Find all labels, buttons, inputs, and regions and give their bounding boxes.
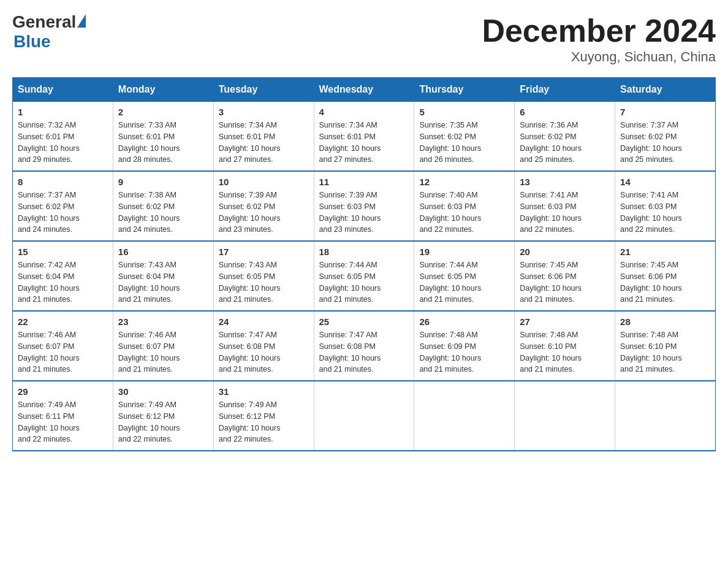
calendar-cell: 26 Sunrise: 7:48 AM Sunset: 6:09 PM Dayl… xyxy=(414,311,515,381)
calendar-cell: 1 Sunrise: 7:32 AM Sunset: 6:01 PM Dayli… xyxy=(13,102,113,172)
calendar-cell: 5 Sunrise: 7:35 AM Sunset: 6:02 PM Dayli… xyxy=(414,102,515,172)
day-info: Sunrise: 7:49 AM Sunset: 6:11 PM Dayligh… xyxy=(18,399,108,445)
day-number: 11 xyxy=(319,177,409,187)
day-number: 7 xyxy=(620,107,710,117)
day-info: Sunrise: 7:41 AM Sunset: 6:03 PM Dayligh… xyxy=(620,190,710,236)
day-info: Sunrise: 7:39 AM Sunset: 6:02 PM Dayligh… xyxy=(219,190,309,236)
day-info: Sunrise: 7:37 AM Sunset: 6:02 PM Dayligh… xyxy=(620,120,710,166)
calendar-cell: 30 Sunrise: 7:49 AM Sunset: 6:12 PM Dayl… xyxy=(113,381,213,451)
calendar-cell: 9 Sunrise: 7:38 AM Sunset: 6:02 PM Dayli… xyxy=(113,171,213,241)
calendar-cell: 27 Sunrise: 7:48 AM Sunset: 6:10 PM Dayl… xyxy=(515,311,615,381)
weekday-header-sunday: Sunday xyxy=(13,78,113,102)
calendar-cell: 29 Sunrise: 7:49 AM Sunset: 6:11 PM Dayl… xyxy=(13,381,113,451)
weekday-header-wednesday: Wednesday xyxy=(314,78,414,102)
calendar-cell: 15 Sunrise: 7:42 AM Sunset: 6:04 PM Dayl… xyxy=(13,241,113,311)
day-number: 13 xyxy=(520,177,610,187)
calendar-cell: 3 Sunrise: 7:34 AM Sunset: 6:01 PM Dayli… xyxy=(213,102,314,172)
calendar-cell: 8 Sunrise: 7:37 AM Sunset: 6:02 PM Dayli… xyxy=(13,171,113,241)
day-number: 12 xyxy=(419,177,509,187)
day-number: 27 xyxy=(520,316,610,327)
calendar-week-row: 15 Sunrise: 7:42 AM Sunset: 6:04 PM Dayl… xyxy=(13,241,716,311)
day-number: 3 xyxy=(219,107,309,117)
day-info: Sunrise: 7:41 AM Sunset: 6:03 PM Dayligh… xyxy=(520,190,610,236)
weekday-header-friday: Friday xyxy=(515,78,615,102)
day-info: Sunrise: 7:37 AM Sunset: 6:02 PM Dayligh… xyxy=(18,190,108,236)
calendar-cell xyxy=(515,381,615,451)
day-number: 23 xyxy=(118,316,208,327)
calendar-cell: 4 Sunrise: 7:34 AM Sunset: 6:01 PM Dayli… xyxy=(314,102,414,172)
day-number: 29 xyxy=(18,386,108,397)
day-number: 28 xyxy=(620,316,710,327)
calendar-cell: 24 Sunrise: 7:47 AM Sunset: 6:08 PM Dayl… xyxy=(213,311,314,381)
day-number: 30 xyxy=(118,386,208,397)
month-title: December 2024 xyxy=(482,12,716,49)
day-number: 9 xyxy=(118,177,208,187)
calendar-cell: 20 Sunrise: 7:45 AM Sunset: 6:06 PM Dayl… xyxy=(515,241,615,311)
calendar-cell: 21 Sunrise: 7:45 AM Sunset: 6:06 PM Dayl… xyxy=(615,241,716,311)
day-number: 15 xyxy=(18,247,108,257)
day-number: 25 xyxy=(319,316,409,327)
weekday-header-saturday: Saturday xyxy=(615,78,716,102)
day-info: Sunrise: 7:43 AM Sunset: 6:05 PM Dayligh… xyxy=(219,259,309,305)
day-info: Sunrise: 7:32 AM Sunset: 6:01 PM Dayligh… xyxy=(18,120,108,166)
calendar-cell: 7 Sunrise: 7:37 AM Sunset: 6:02 PM Dayli… xyxy=(615,102,716,172)
day-number: 5 xyxy=(419,107,509,117)
weekday-header-monday: Monday xyxy=(113,78,213,102)
day-info: Sunrise: 7:45 AM Sunset: 6:06 PM Dayligh… xyxy=(620,259,710,305)
calendar-cell: 16 Sunrise: 7:43 AM Sunset: 6:04 PM Dayl… xyxy=(113,241,213,311)
day-number: 19 xyxy=(419,247,509,257)
weekday-header-thursday: Thursday xyxy=(414,78,515,102)
calendar-week-row: 8 Sunrise: 7:37 AM Sunset: 6:02 PM Dayli… xyxy=(13,171,716,241)
calendar-cell: 28 Sunrise: 7:48 AM Sunset: 6:10 PM Dayl… xyxy=(615,311,716,381)
calendar-cell: 2 Sunrise: 7:33 AM Sunset: 6:01 PM Dayli… xyxy=(113,102,213,172)
location-subtitle: Xuyong, Sichuan, China xyxy=(482,49,716,65)
day-info: Sunrise: 7:33 AM Sunset: 6:01 PM Dayligh… xyxy=(118,120,208,166)
day-info: Sunrise: 7:47 AM Sunset: 6:08 PM Dayligh… xyxy=(219,329,309,375)
calendar-cell: 17 Sunrise: 7:43 AM Sunset: 6:05 PM Dayl… xyxy=(213,241,314,311)
calendar-cell: 22 Sunrise: 7:46 AM Sunset: 6:07 PM Dayl… xyxy=(13,311,113,381)
day-info: Sunrise: 7:46 AM Sunset: 6:07 PM Dayligh… xyxy=(18,329,108,375)
day-info: Sunrise: 7:49 AM Sunset: 6:12 PM Dayligh… xyxy=(219,399,309,445)
day-number: 6 xyxy=(520,107,610,117)
calendar-cell: 31 Sunrise: 7:49 AM Sunset: 6:12 PM Dayl… xyxy=(213,381,314,451)
calendar-cell: 12 Sunrise: 7:40 AM Sunset: 6:03 PM Dayl… xyxy=(414,171,515,241)
title-block: December 2024 Xuyong, Sichuan, China xyxy=(482,12,716,65)
day-number: 16 xyxy=(118,247,208,257)
day-info: Sunrise: 7:47 AM Sunset: 6:08 PM Dayligh… xyxy=(319,329,409,375)
day-info: Sunrise: 7:44 AM Sunset: 6:05 PM Dayligh… xyxy=(319,259,409,305)
day-info: Sunrise: 7:36 AM Sunset: 6:02 PM Dayligh… xyxy=(520,120,610,166)
day-info: Sunrise: 7:40 AM Sunset: 6:03 PM Dayligh… xyxy=(419,190,509,236)
day-number: 20 xyxy=(520,247,610,257)
day-number: 22 xyxy=(18,316,108,327)
day-info: Sunrise: 7:39 AM Sunset: 6:03 PM Dayligh… xyxy=(319,190,409,236)
calendar-cell xyxy=(414,381,515,451)
calendar-cell: 10 Sunrise: 7:39 AM Sunset: 6:02 PM Dayl… xyxy=(213,171,314,241)
logo-general-text: General xyxy=(12,12,76,32)
day-info: Sunrise: 7:48 AM Sunset: 6:10 PM Dayligh… xyxy=(520,329,610,375)
logo-blue-text: Blue xyxy=(13,32,51,52)
day-info: Sunrise: 7:38 AM Sunset: 6:02 PM Dayligh… xyxy=(118,190,208,236)
day-number: 18 xyxy=(319,247,409,257)
day-number: 26 xyxy=(419,316,509,327)
calendar-cell xyxy=(314,381,414,451)
weekday-header-row: SundayMondayTuesdayWednesdayThursdayFrid… xyxy=(13,78,716,102)
day-info: Sunrise: 7:45 AM Sunset: 6:06 PM Dayligh… xyxy=(520,259,610,305)
calendar-week-row: 22 Sunrise: 7:46 AM Sunset: 6:07 PM Dayl… xyxy=(13,311,716,381)
calendar-cell xyxy=(615,381,716,451)
day-info: Sunrise: 7:44 AM Sunset: 6:05 PM Dayligh… xyxy=(419,259,509,305)
day-info: Sunrise: 7:46 AM Sunset: 6:07 PM Dayligh… xyxy=(118,329,208,375)
calendar-week-row: 29 Sunrise: 7:49 AM Sunset: 6:11 PM Dayl… xyxy=(13,381,716,451)
logo-triangle-icon xyxy=(77,14,86,28)
weekday-header-tuesday: Tuesday xyxy=(213,78,314,102)
calendar-week-row: 1 Sunrise: 7:32 AM Sunset: 6:01 PM Dayli… xyxy=(13,102,716,172)
day-number: 24 xyxy=(219,316,309,327)
day-info: Sunrise: 7:42 AM Sunset: 6:04 PM Dayligh… xyxy=(18,259,108,305)
calendar-table: SundayMondayTuesdayWednesdayThursdayFrid… xyxy=(12,77,716,451)
calendar-cell: 13 Sunrise: 7:41 AM Sunset: 6:03 PM Dayl… xyxy=(515,171,615,241)
day-info: Sunrise: 7:34 AM Sunset: 6:01 PM Dayligh… xyxy=(319,120,409,166)
day-number: 8 xyxy=(18,177,108,187)
day-info: Sunrise: 7:34 AM Sunset: 6:01 PM Dayligh… xyxy=(219,120,309,166)
calendar-cell: 14 Sunrise: 7:41 AM Sunset: 6:03 PM Dayl… xyxy=(615,171,716,241)
calendar-cell: 18 Sunrise: 7:44 AM Sunset: 6:05 PM Dayl… xyxy=(314,241,414,311)
calendar-cell: 6 Sunrise: 7:36 AM Sunset: 6:02 PM Dayli… xyxy=(515,102,615,172)
